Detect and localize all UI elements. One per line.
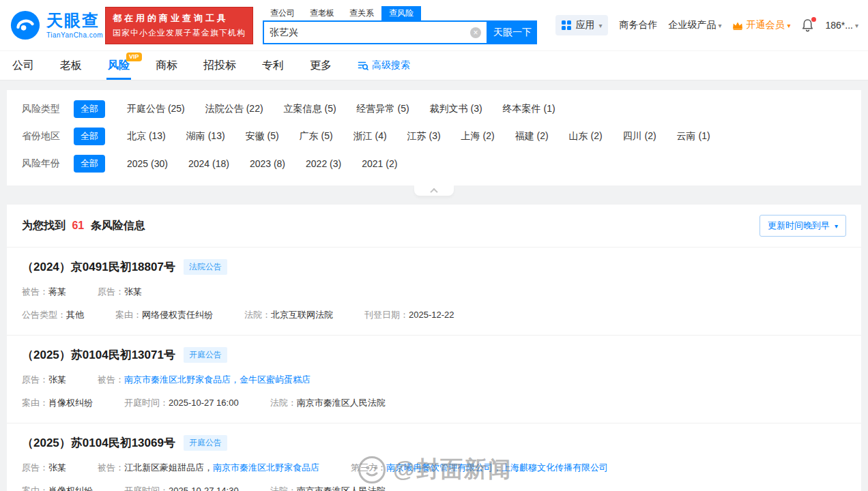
filter-option[interactable]: 山东 (2) [569,130,603,143]
tianyancha-logo[interactable]: 天眼查 TianYanCha.com [10,10,104,41]
field-court: 法院：南京市秦淮区人民法院 [270,485,386,491]
defendant-company-link[interactable]: 南京市秦淮区北野家食品店，金牛区蜜屿蛋糕店 [124,374,310,385]
results-header: 为您找到 61 条风险信息 更新时间晚到早 ▾ [7,205,861,248]
apps-grid-icon [562,20,571,30]
filter-label: 省份地区 [22,130,74,143]
field-hearing-time: 开庭时间：2025-10-27 14:30 [124,485,239,491]
header-menu: 应用 ▾ 商务合作 企业级产品 ▾ 开通会员 ▾ [555,15,858,35]
nav-boss[interactable]: 老板 [60,51,82,80]
filter-option[interactable]: 2024 (18) [188,158,229,169]
banner-slogan-2: 国家中小企业发展子基金旗下机构 [113,27,246,39]
filter-option[interactable]: 2021 (2) [362,158,397,169]
filter-option[interactable]: 经营异常 (5) [357,103,409,115]
field-plaintiff: 原告：张某 [98,286,142,298]
filter-option[interactable]: 福建 (2) [515,130,549,143]
collapse-filter-button[interactable] [414,185,454,196]
apps-menu[interactable]: 应用 ▾ [555,15,608,35]
field-cause: 案由：网络侵权责任纠纷 [115,309,213,321]
filter-row-year: 风险年份 全部 2025 (30) 2024 (18) 2023 (8) 202… [22,150,846,177]
result-item: （2025）苏0104民初13069号 开庭公告 原告：张某 被告：江北新区豪姐… [7,423,861,491]
caret-down-icon: ▾ [598,22,602,29]
summary-suffix: 条风险信息 [91,220,145,231]
advanced-search[interactable]: 高级搜索 [358,59,410,72]
category-nav: 公司 老板 风险 VIP 商标 招投标 专利 更多 高级搜索 [0,51,868,80]
case-number[interactable]: （2024）京0491民初18807号 [22,259,175,275]
filter-option[interactable]: 广东 (5) [300,130,333,143]
vip-label: 开通会员 [746,19,784,31]
filter-option[interactable]: 湖南 (13) [186,130,225,143]
filter-option[interactable]: 浙江 (4) [353,130,387,143]
advanced-search-icon [358,60,368,71]
nav-bidding[interactable]: 招投标 [203,51,236,80]
filter-all-button[interactable]: 全部 [74,155,105,173]
caret-down-icon: ▾ [835,222,838,230]
nav-more[interactable]: 更多 [310,51,332,80]
field-court: 法院：北京互联网法院 [244,309,333,321]
filter-option[interactable]: 2025 (30) [127,158,168,169]
search-tab-boss[interactable]: 查老板 [302,6,342,20]
field-publish-date: 刊登日期：2025-12-22 [364,309,454,321]
result-item: （2025）苏0104民初13071号 开庭公告 原告：张某 被告：南京市秦淮区… [7,336,861,423]
search-tab-relation[interactable]: 查关系 [342,6,381,20]
case-number[interactable]: （2025）苏0104民初13071号 [22,347,175,363]
filter-option[interactable]: 2022 (3) [306,158,341,169]
filter-option[interactable]: 2023 (8) [250,158,285,169]
third-party-company-link[interactable]: 南京曦冉餐饮管理有限公司，上海麒穆文化传播有限公司 [386,462,608,473]
search-box: × [263,20,488,44]
nav-company[interactable]: 公司 [12,51,34,80]
filter-option[interactable]: 安徽 (5) [246,130,279,143]
header: 天眼查 TianYanCha.com 都在用的商业查询工具 国家中小企业发展子基… [0,0,868,51]
clear-icon[interactable]: × [470,27,481,38]
case-type-badge: 法院公告 [184,259,227,275]
search-tab-risk[interactable]: 查风险 [381,6,421,20]
menu-enterprise-products[interactable]: 企业级产品 ▾ [668,19,721,31]
filter-all-button[interactable]: 全部 [74,100,105,118]
chevron-up-icon [430,188,437,195]
field-announcement-type: 公告类型：其他 [22,309,84,321]
results-summary: 为您找到 61 条风险信息 [22,219,145,233]
search-tabs: 查公司 查老板 查关系 查风险 [263,6,537,20]
menu-business-cooperation[interactable]: 商务合作 [619,19,657,31]
summary-prefix: 为您找到 [22,220,66,231]
filter-row-province: 省份地区 全部 北京 (13) 湖南 (13) 安徽 (5) 广东 (5) 浙江… [22,123,846,150]
filter-option[interactable]: 上海 (2) [461,130,495,143]
brand-domain: TianYanCha.com [46,31,103,39]
case-number[interactable]: （2025）苏0104民初13069号 [22,435,175,451]
caret-down-icon: ▾ [787,22,790,29]
caret-down-icon: ▾ [718,22,721,29]
field-defendant: 被告：蒋某 [22,286,66,298]
result-item: （2024）京0491民初18807号 法院公告 被告：蒋某 原告：张某 公告类… [7,248,861,336]
field-cause: 案由：肖像权纠纷 [22,485,93,491]
promo-banner: 都在用的商业查询工具 国家中小企业发展子基金旗下机构 [105,7,253,44]
account-menu[interactable]: 186*... ▾ [825,20,858,31]
nav-patent[interactable]: 专利 [262,51,284,80]
filter-option[interactable]: 北京 (13) [127,130,166,143]
banner-slogan-1: 都在用的商业查询工具 [113,12,246,25]
sort-dropdown[interactable]: 更新时间晚到早 ▾ [760,215,846,237]
menu-open-vip[interactable]: 开通会员 ▾ [732,19,790,31]
filter-option[interactable]: 开庭公告 (25) [127,103,185,115]
field-cause: 案由：肖像权纠纷 [22,397,93,409]
nav-trademark[interactable]: 商标 [156,51,177,80]
filter-option[interactable]: 立案信息 (5) [284,103,336,115]
notification-dot [811,17,816,22]
sort-label: 更新时间晚到早 [768,220,830,232]
filter-option[interactable]: 云南 (1) [677,130,710,143]
filter-option[interactable]: 终本案件 (1) [503,103,555,115]
apps-label: 应用 [575,19,594,31]
nav-risk[interactable]: 风险 VIP [108,51,130,80]
field-defendant: 被告：江北新区豪姐甜品店，南京市秦淮区北野家食品店 [98,462,319,474]
search-input[interactable] [270,27,470,38]
defendant-company-link[interactable]: 南京市秦淮区北野家食品店 [213,462,319,473]
notification-bell-icon[interactable] [801,18,814,32]
filter-option[interactable]: 裁判文书 (3) [430,103,482,115]
search-button[interactable]: 天眼一下 [488,20,537,44]
field-plaintiff: 原告：张某 [22,374,66,386]
filter-panel: 风险类型 全部 开庭公告 (25) 法院公告 (22) 立案信息 (5) 经营异… [7,90,861,185]
search-tab-company[interactable]: 查公司 [263,6,302,20]
filter-option[interactable]: 四川 (2) [623,130,656,143]
filter-option[interactable]: 江苏 (3) [407,130,441,143]
filter-option[interactable]: 法院公告 (22) [205,103,263,115]
filter-all-button[interactable]: 全部 [74,128,105,145]
crown-icon [732,21,743,30]
